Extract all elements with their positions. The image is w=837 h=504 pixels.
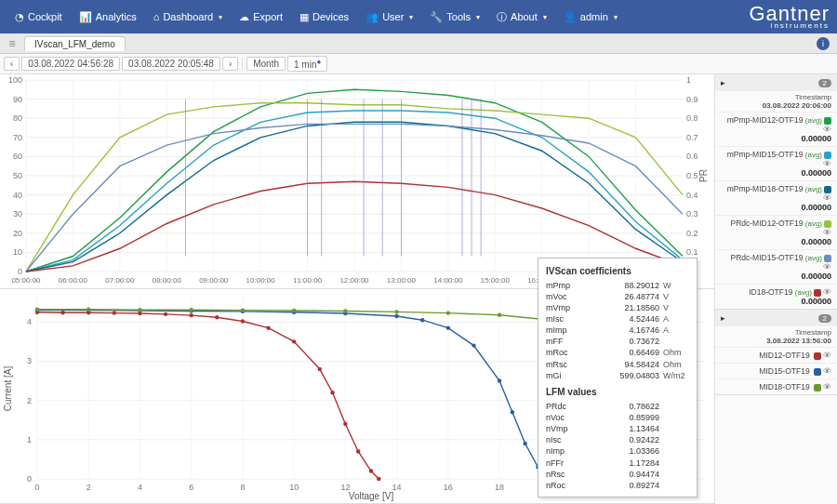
svg-text:0.3: 0.3 xyxy=(686,209,698,219)
svg-point-119 xyxy=(292,339,296,343)
svg-text:0: 0 xyxy=(34,483,39,492)
svg-point-151 xyxy=(498,313,501,317)
svg-text:40: 40 xyxy=(13,191,22,200)
lfm-row: nFFr1.17284 xyxy=(546,458,689,469)
lfm-row: nVoc0.85999 xyxy=(546,412,689,423)
svg-text:16: 16 xyxy=(444,483,453,492)
color-swatch-icon xyxy=(814,289,821,297)
svg-text:8: 8 xyxy=(240,483,245,492)
nav-analytics[interactable]: 📊Analytics xyxy=(72,7,144,27)
eye-icon[interactable]: 👁 xyxy=(823,125,831,134)
svg-point-117 xyxy=(241,319,245,323)
range-button[interactable]: Month xyxy=(246,57,286,71)
eye-icon[interactable]: 👁 xyxy=(823,228,831,237)
svg-text:100: 100 xyxy=(8,75,22,85)
svg-text:10: 10 xyxy=(289,483,299,492)
svg-text:90: 90 xyxy=(13,95,22,104)
svg-text:14:00:00: 14:00:00 xyxy=(433,276,463,285)
svg-point-124 xyxy=(369,469,373,472)
color-swatch-icon xyxy=(824,220,831,228)
svg-text:0.5: 0.5 xyxy=(686,171,698,180)
chevron-icon[interactable]: ▸ xyxy=(721,78,725,87)
svg-text:0.8: 0.8 xyxy=(686,113,698,123)
svg-text:20: 20 xyxy=(13,229,22,238)
eye-icon[interactable]: 👁 xyxy=(823,262,831,272)
legend-item[interactable]: mPmp-MID15-OTF19 (avg)👁0.00000 xyxy=(715,146,837,180)
nav-dashboard[interactable]: ⌂Dashboard▾ xyxy=(146,7,230,26)
svg-text:05:00:00: 05:00:00 xyxy=(11,276,41,285)
svg-text:70: 70 xyxy=(13,133,22,142)
coef-row: mFF0.73672 xyxy=(546,336,689,347)
eye-icon[interactable]: 👁 xyxy=(823,287,831,297)
lfm-row: PRdc0.78622 xyxy=(546,401,689,412)
legend-item[interactable]: mPmp-MID18-OTF19 (avg)👁0.00000 xyxy=(715,180,837,215)
tooltip-heading: LFM values xyxy=(546,387,689,397)
legend-item[interactable]: PRdc-MID12-OTF19 (avg)👁0.00000 xyxy=(715,215,837,249)
svg-point-115 xyxy=(189,313,193,317)
color-swatch-icon xyxy=(824,255,831,262)
legend-item[interactable]: mPmp-MID12-OTF19 (avg)👁0.00000 xyxy=(715,112,837,146)
eye-icon[interactable]: 👁 xyxy=(823,351,831,360)
svg-point-122 xyxy=(343,422,347,426)
eye-icon[interactable]: 👁 xyxy=(823,382,831,391)
svg-point-125 xyxy=(377,477,380,481)
eye-icon[interactable]: 👁 xyxy=(823,366,831,376)
svg-text:Voltage [V]: Voltage [V] xyxy=(349,491,394,501)
coef-row: mImp4.16746A xyxy=(546,325,689,336)
caret-icon: ▾ xyxy=(476,13,480,21)
eye-icon[interactable]: 👁 xyxy=(823,193,831,203)
to-time[interactable]: 03.08.2022 20:05:48 xyxy=(122,57,220,71)
dash-icon: ⌂ xyxy=(153,11,160,22)
svg-text:0.1: 0.1 xyxy=(686,247,698,257)
chevron-icon[interactable]: ▸ xyxy=(721,313,725,323)
svg-text:0.2: 0.2 xyxy=(686,229,698,238)
nav-devices[interactable]: ▦Devices xyxy=(292,7,356,27)
nav-export[interactable]: ☁Export xyxy=(232,7,290,27)
svg-text:10:00:00: 10:00:00 xyxy=(246,276,276,285)
next-button[interactable]: › xyxy=(222,57,238,71)
info-icon[interactable]: i xyxy=(817,37,830,50)
svg-point-142 xyxy=(35,308,39,312)
svg-text:13:00:00: 13:00:00 xyxy=(387,276,417,285)
tab-ivscan[interactable]: IVscan_LFM_demo xyxy=(24,36,126,51)
prev-button[interactable]: ‹ xyxy=(4,57,20,71)
svg-point-148 xyxy=(343,309,347,312)
coef-row: mIsc4.52446A xyxy=(546,313,689,325)
svg-text:11:00:00: 11:00:00 xyxy=(293,276,323,285)
svg-text:0: 0 xyxy=(27,474,32,484)
svg-point-146 xyxy=(241,308,245,312)
legend-item[interactable]: MID12-OTF19 👁 xyxy=(715,347,837,363)
legend-item[interactable]: PRdc-MID15-OTF19 (avg)👁0.00000 xyxy=(715,249,837,284)
svg-point-133 xyxy=(394,314,398,318)
step-button[interactable]: 1 min● xyxy=(287,56,327,72)
legend-sidebar: ▸2Timestamp03.08.2022 20:06:00mPmp-MID12… xyxy=(714,74,837,504)
iv-curve-chart[interactable]: 01234024681012141618202224Voltage [V]Cur… xyxy=(0,289,714,504)
wrench-icon: 🔧 xyxy=(430,11,443,23)
nav-admin[interactable]: 👤admin▾ xyxy=(556,7,625,27)
nav-about[interactable]: ⓘAbout▾ xyxy=(489,7,554,28)
person-icon: 👤 xyxy=(564,11,577,23)
from-time[interactable]: 03.08.2022 04:56:28 xyxy=(21,57,120,71)
nav-tools[interactable]: 🔧Tools▾ xyxy=(422,7,487,27)
eye-icon[interactable]: 👁 xyxy=(823,159,831,168)
legend-block: ▸2Timestamp03.08.2022 20:06:00mPmp-MID12… xyxy=(715,74,837,310)
menu-icon[interactable]: ≡ xyxy=(4,37,20,50)
cloud-icon: ☁ xyxy=(239,11,249,23)
nav-cockpit[interactable]: ◔Cockpit xyxy=(7,7,70,27)
lfm-row: nVmp1.13464 xyxy=(546,423,689,434)
svg-text:2: 2 xyxy=(27,396,32,405)
legend-item[interactable]: MID15-OTF19 👁 xyxy=(715,363,837,378)
color-swatch-icon xyxy=(814,384,821,391)
timestamp-label: Timestamp03.08.2022 20:06:00 xyxy=(715,91,837,112)
nav-user[interactable]: 👥User▾ xyxy=(358,7,420,27)
color-swatch-icon xyxy=(814,368,821,376)
lfm-row: nRoc0.89274 xyxy=(546,480,689,491)
svg-text:6: 6 xyxy=(189,483,193,492)
svg-point-149 xyxy=(394,310,398,313)
caret-icon: ▾ xyxy=(409,13,413,21)
legend-item[interactable]: MID18-OTF19 👁 xyxy=(715,378,837,394)
color-swatch-icon xyxy=(824,152,831,159)
svg-point-135 xyxy=(446,325,450,329)
legend-item[interactable]: ID18-OTF19 (avg)👁0.00000 xyxy=(715,284,837,309)
caret-icon: ▾ xyxy=(219,13,222,21)
